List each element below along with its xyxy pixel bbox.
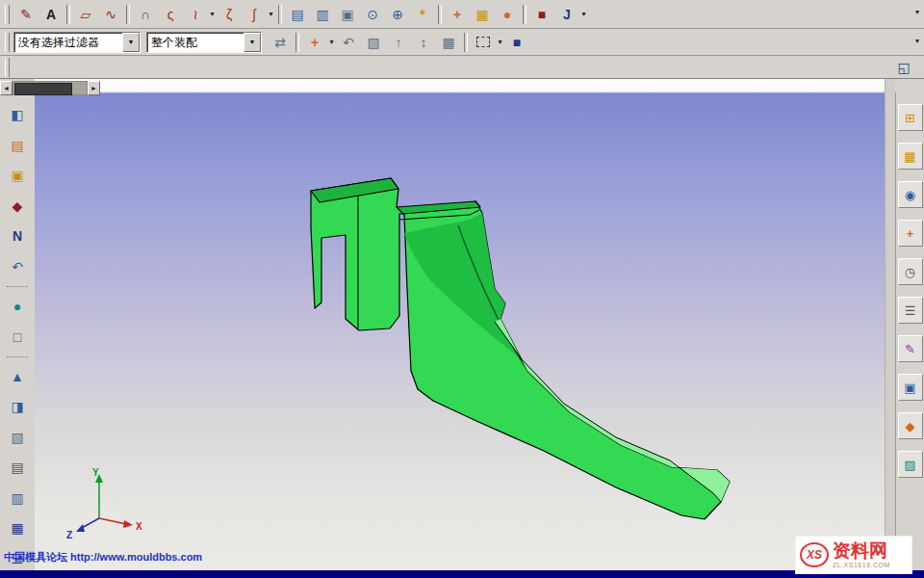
forum-watermark-text: 中国模具论坛 http://www.mouldbbs.com [4,550,202,565]
x-axis-arrow [123,520,133,528]
application-window: ✎ A ▱ ∿ ∩ ς ≀ ▾ ζ ʃ ▾ ▤ ▥ ▣ ⊙ ⊕ * + ▦ ● … [0,0,924,578]
deviation-gauge-icon[interactable]: ⊙ [360,3,385,26]
shelf-icon[interactable]: ▤ [4,456,31,479]
helix-dropdown-caret[interactable]: ▾ [208,4,217,25]
sketch-icon[interactable]: ✎ [13,3,38,26]
window-layout-icon[interactable]: ◧ [4,103,31,126]
rectangle-select-dropdown-caret[interactable]: ▾ [496,32,504,53]
text-icon[interactable]: A [38,3,64,26]
selection-filter-value: 没有选择过滤器 [14,33,122,52]
assembly-constraints-icon[interactable]: ◉ [898,181,923,208]
sketch-curve-dropdown-caret[interactable]: ▾ [579,4,588,25]
toolbar-drag-handle[interactable] [5,58,10,77]
collaboration-icon[interactable]: ◆ [898,412,923,439]
vertical-scrollbar[interactable] [885,79,895,570]
system-scene-icon[interactable]: □ [4,325,31,348]
arc-icon[interactable]: ∩ [133,3,158,26]
curve-toolbar: ✎ A ▱ ∿ ∩ ς ≀ ▾ ζ ʃ ▾ ▤ ▥ ▣ ⊙ ⊕ * + ▦ ● … [0,0,924,29]
visualization-icon[interactable]: ◨ [4,395,31,418]
rail-separator [7,286,28,287]
empty-toolbar-row: ◱ [0,56,924,79]
toolbar-options-caret[interactable]: ▾ [915,37,919,45]
details-list-icon[interactable]: ☰ [898,297,923,324]
toolbar-separator [464,33,468,52]
select-link-icon[interactable]: ⇄ [268,31,293,54]
offset-curve-icon[interactable]: ζ [217,3,242,26]
materials-icon[interactable]: ▲ [4,365,31,388]
scrollbar-track[interactable] [13,81,88,95]
snapshot-icon[interactable]: + [302,31,327,54]
cylinder-icon[interactable]: ● [495,3,520,26]
grid-icon[interactable]: ▦ [436,31,461,54]
triad-x-label: X [136,521,142,532]
examine-geometry-icon[interactable]: ▣ [335,3,360,26]
rail-separator [7,356,28,357]
graphics-window[interactable]: Y X Z [35,79,886,570]
toolbar-separator [438,5,442,24]
part-navigator-icon[interactable]: ▣ [4,164,31,187]
selection-scope-combo[interactable]: 整个装配 ▼ [146,32,262,53]
watermark-title: 资料网 [833,541,890,562]
scroll-right-button[interactable]: ► [88,81,100,95]
reflection-analysis-icon[interactable]: * [410,3,435,26]
helix-icon[interactable]: ≀ [183,3,208,26]
roles-icon[interactable]: ● [4,295,31,318]
annotation-icon[interactable]: ▣ [898,374,923,401]
scrollbar-thumb[interactable] [14,83,72,95]
color-editor-icon[interactable]: ✎ [898,335,923,362]
shaded-view-icon[interactable]: ■ [504,31,529,54]
toolbar-separator [278,5,282,24]
section-analysis-icon[interactable]: ⊕ [385,3,410,26]
profile-icon[interactable]: ▱ [73,3,98,26]
undo-icon[interactable]: ↶ [336,31,361,54]
ruled-surface-icon[interactable]: ▤ [285,3,310,26]
part-model[interactable] [311,178,730,519]
selection-scope-dropdown-button[interactable]: ▼ [244,33,261,52]
render-tools-icon[interactable]: ▨ [898,451,923,478]
scroll-left-button[interactable]: ◄ [0,81,13,95]
project-curve-dropdown-caret[interactable]: ▾ [267,4,275,25]
watermark-logo: XS [800,542,829,567]
pattern-component-icon[interactable]: ▦ [898,143,923,170]
main-area: ◄ ► ◧ ▤ ▣ ◆ N ↶ ● □ ▲ ◨ ▧ ▤ ▥ ▦ ☰ [0,79,924,570]
history-clock-icon[interactable]: ◷ [898,258,923,285]
sketch-curve-icon[interactable]: J [554,3,579,26]
selection-filter-combo[interactable]: 没有选择过滤器 ▼ [13,32,141,53]
move-object-icon[interactable]: + [445,3,470,26]
through-curves-icon[interactable]: ▥ [310,3,335,26]
toolbar-options-caret[interactable]: ▾ [915,8,919,16]
hd3d-tools-icon[interactable]: N [4,224,31,248]
window-tile-icon[interactable]: ◱ [891,56,916,79]
move-component-icon[interactable]: + [898,220,923,247]
site-watermark: XS 资料网 ZL.XS1616.COM [795,536,912,574]
block-icon[interactable]: ■ [529,3,554,26]
rectangle-select-glyph [476,37,490,47]
history-icon[interactable]: ↶ [4,254,31,277]
selection-filter-dropdown-button[interactable]: ▼ [122,33,140,52]
studio-spline-icon[interactable]: ∿ [98,3,123,26]
toolbar-drag-handle[interactable] [5,33,10,52]
rectangle-select-icon[interactable] [471,31,496,54]
horizontal-scrollbar[interactable]: ◄ ► [0,81,100,95]
toolbar-separator [295,33,299,52]
toolbar-separator [523,5,526,24]
view-cube-icon[interactable]: ▧ [361,31,386,54]
palettes-icon[interactable]: ▥ [4,486,31,510]
stacks-icon[interactable]: ▦ [4,516,31,539]
project-curve-icon[interactable]: ʃ [242,3,267,26]
conic-icon[interactable]: ς [158,3,183,26]
watermark-url: ZL.XS1616.COM [833,562,890,569]
reuse-library-icon[interactable]: ◆ [4,194,31,217]
add-component-icon[interactable]: ⊞ [898,104,923,131]
toolbar-drag-handle[interactable] [5,5,10,24]
wcs-triad: Y X Z [66,467,142,540]
part-silhouette [311,178,730,519]
layers-icon[interactable]: ▧ [4,426,31,449]
snapshot-dropdown-caret[interactable]: ▾ [327,32,336,53]
assembly-navigator-icon[interactable]: ▤ [4,133,31,156]
toolbar-separator [66,5,70,24]
triad-z-label: Z [66,530,72,540]
fit-view-icon[interactable]: ↕ [411,31,436,54]
datum-csys-icon[interactable]: ▦ [470,3,495,26]
orient-view-icon[interactable]: ↑ [386,31,411,54]
